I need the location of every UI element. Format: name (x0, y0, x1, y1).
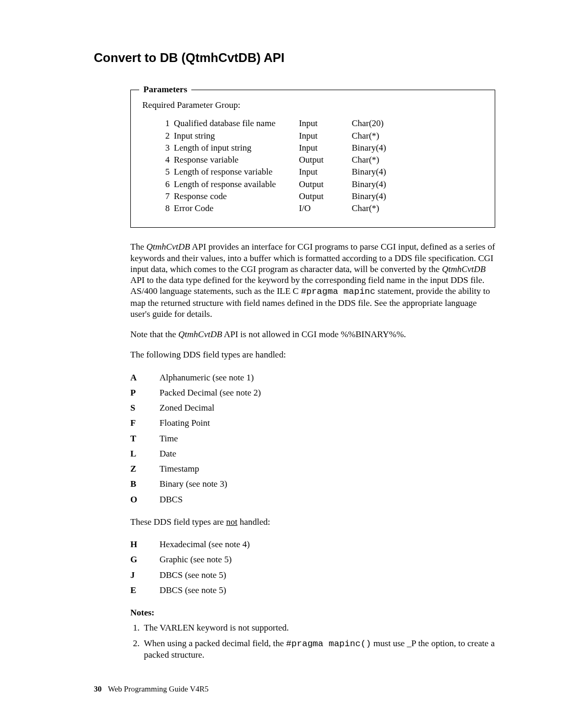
param-direction: Input (283, 130, 331, 142)
dds-code: T (130, 433, 160, 444)
dds-desc: Alphanumeric (see note 1) (160, 372, 254, 383)
dds-code: G (130, 554, 160, 565)
param-desc: Response code (174, 191, 284, 203)
list-item: HHexadecimal (see note 4) (130, 537, 495, 552)
handled-intro: The following DDS field types are handle… (130, 349, 495, 360)
param-type: Char(*) (331, 130, 394, 142)
page-number: 30 (94, 685, 102, 693)
dds-code: B (130, 478, 160, 489)
param-type: Binary(4) (331, 166, 394, 178)
param-direction: Output (283, 154, 331, 166)
param-desc: Length of response variable (174, 166, 284, 178)
list-item: ZTimestamp (130, 461, 495, 476)
param-number: 5 (165, 166, 174, 178)
param-desc: Error Code (174, 203, 284, 215)
param-number: 1 (165, 118, 174, 130)
api-name: QtmhCvtDB (178, 329, 222, 339)
table-row: 7 Response code Output Binary(4) (165, 191, 394, 203)
table-row: 1 Qualified database file name Input Cha… (165, 118, 394, 130)
table-row: 3 Length of input string Input Binary(4) (165, 142, 394, 154)
dds-code: F (130, 417, 160, 428)
not-handled-list: HHexadecimal (see note 4) GGraphic (see … (130, 537, 495, 598)
dds-desc: DBCS (see note 5) (160, 570, 226, 581)
dds-desc: Zoned Decimal (160, 402, 214, 413)
code-pragma: #pragma mapinc() (286, 639, 371, 649)
dds-desc: Timestamp (160, 463, 199, 474)
dds-code: E (130, 585, 160, 596)
list-item: JDBCS (see note 5) (130, 567, 495, 583)
param-number: 8 (165, 203, 174, 215)
param-number: 7 (165, 191, 174, 203)
notes-list: The VARLEN keyword is not supported. Whe… (130, 621, 495, 663)
param-desc: Length of input string (174, 142, 284, 154)
notes-label: Notes: (130, 607, 495, 618)
required-parameter-group-label: Required Parameter Group: (142, 100, 483, 110)
param-type: Char(*) (331, 154, 394, 166)
dds-code: S (130, 402, 160, 413)
dds-desc: Floating Point (160, 417, 210, 428)
param-direction: Output (283, 191, 331, 203)
body-text: The QtmhCvtDB API provides an interface … (130, 241, 495, 663)
param-number: 6 (165, 179, 174, 191)
table-row: 6 Length of response available Output Bi… (165, 179, 394, 191)
page-footer: 30Web Programming Guide V4R5 (94, 684, 495, 694)
dds-code: J (130, 570, 160, 581)
param-type: Binary(4) (331, 191, 394, 203)
dds-code: Z (130, 463, 160, 474)
dds-desc: DBCS (160, 494, 182, 505)
not-handled-intro: These DDS field types are not handled: (130, 516, 495, 527)
list-item: LDate (130, 446, 495, 461)
param-direction: Input (283, 142, 331, 154)
table-row: 4 Response variable Output Char(*) (165, 154, 394, 166)
dds-desc: Hexadecimal (see note 4) (160, 539, 250, 550)
dds-code: P (130, 387, 160, 398)
code-pragma: #pragma mapinc (301, 287, 375, 297)
dds-desc: Date (160, 448, 176, 459)
paragraph-1: The QtmhCvtDB API provides an interface … (130, 241, 495, 319)
table-row: 2 Input string Input Char(*) (165, 130, 394, 142)
list-item: AAlphanumeric (see note 1) (130, 370, 495, 385)
list-item: TTime (130, 431, 495, 446)
param-desc: Qualified database file name (174, 118, 284, 130)
list-item: FFloating Point (130, 415, 495, 430)
dds-desc: Graphic (see note 5) (160, 554, 231, 565)
handled-list: AAlphanumeric (see note 1) PPacked Decim… (130, 370, 495, 507)
list-item: BBinary (see note 3) (130, 476, 495, 491)
param-type: Binary(4) (331, 142, 394, 154)
footer-text: Web Programming Guide V4R5 (108, 685, 209, 693)
param-desc: Response variable (174, 154, 284, 166)
paragraph-2: Note that the QtmhCvtDB API is not allow… (130, 329, 495, 340)
list-item: GGraphic (see note 5) (130, 552, 495, 567)
parameters-box: Parameters Required Parameter Group: 1 Q… (130, 90, 495, 228)
dds-code: O (130, 494, 160, 505)
note-item: The VARLEN keyword is not supported. (142, 621, 495, 636)
not-underline: not (226, 517, 238, 527)
dds-desc: DBCS (see note 5) (160, 585, 226, 596)
dds-desc: Time (160, 433, 178, 444)
param-direction: I/O (283, 203, 331, 215)
dds-code: H (130, 539, 160, 550)
param-direction: Input (283, 118, 331, 130)
param-number: 3 (165, 142, 174, 154)
api-name: QtmhCvtDB (442, 264, 486, 274)
note-item: When using a packed decimal field, the #… (142, 637, 495, 664)
table-row: 8 Error Code I/O Char(*) (165, 203, 394, 215)
dds-code: A (130, 372, 160, 383)
list-item: EDBCS (see note 5) (130, 583, 495, 598)
param-desc: Input string (174, 130, 284, 142)
page-title: Convert to DB (QtmhCvtDB) API (94, 50, 495, 66)
dds-desc: Binary (see note 3) (160, 478, 227, 489)
param-desc: Length of response available (174, 179, 284, 191)
table-row: 5 Length of response variable Input Bina… (165, 166, 394, 178)
param-number: 2 (165, 130, 174, 142)
param-number: 4 (165, 154, 174, 166)
param-type: Char(*) (331, 203, 394, 215)
list-item: SZoned Decimal (130, 400, 495, 415)
param-type: Binary(4) (331, 179, 394, 191)
api-name: QtmhCvtDB (146, 242, 190, 252)
parameters-table: 1 Qualified database file name Input Cha… (165, 118, 394, 215)
dds-desc: Packed Decimal (see note 2) (160, 387, 261, 398)
param-direction: Output (283, 179, 331, 191)
list-item: ODBCS (130, 492, 495, 507)
dds-code: L (130, 448, 160, 459)
